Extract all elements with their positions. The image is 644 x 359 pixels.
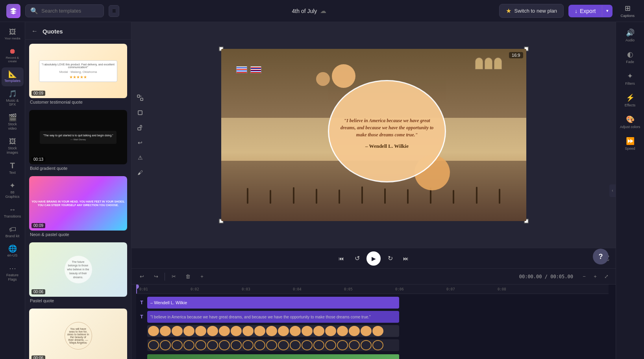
template-card-1[interactable]: "I absolutely LOVE this product. Fast de… xyxy=(29,44,127,107)
stars: ★★★★★ xyxy=(42,75,115,79)
shape-outline-3 xyxy=(172,340,183,350)
track-clip-text-1[interactable]: – Wendell L. Wilkie xyxy=(147,297,399,309)
timeline-ruler: 0:01 0:02 0:03 0:04 0:05 0:06 0:07 0:08 xyxy=(136,285,609,294)
sidebar-item-stock-video[interactable]: 🎬 Stock video xyxy=(2,111,24,134)
logo xyxy=(6,4,20,18)
sidebar-item-transitions-label: Transitions xyxy=(4,214,21,219)
sidebar-item-text[interactable]: T Text xyxy=(2,158,24,178)
speed-label: Speed xyxy=(625,147,635,151)
record-icon: ⏺ xyxy=(9,48,16,55)
right-tool-speed[interactable]: ⏩ Speed xyxy=(618,134,643,154)
sidebar-item-stock-images[interactable]: 🖼 Stockimages xyxy=(2,135,24,158)
text-icon: T xyxy=(10,162,15,169)
aspect-badge: 16:9 xyxy=(509,52,523,58)
right-tool-adjust-colors[interactable]: 🎨 Adjust colors xyxy=(618,112,643,132)
ruler-mark-1: 0:02 xyxy=(191,287,242,291)
quote-author: – Wendell L. Wilkie xyxy=(365,143,409,149)
sidebar-item-feature-flags[interactable]: ⋯ Feature Flags xyxy=(2,262,24,285)
right-tool-audio[interactable]: 🔊 Audio xyxy=(618,25,643,45)
filter-btn[interactable]: ≡ xyxy=(109,5,119,17)
shape-outline-10 xyxy=(254,340,265,350)
tl-zoom-in-btn[interactable]: + xyxy=(590,272,600,281)
track-clip-shapes-1[interactable] xyxy=(147,325,399,337)
tl-zoom-out-btn[interactable]: − xyxy=(579,272,589,281)
flags-area xyxy=(236,66,261,73)
shape-outline-7 xyxy=(219,340,230,350)
canvas-tool-resize[interactable] xyxy=(133,91,147,105)
sidebar-item-music[interactable]: 🎵 Music & SFX xyxy=(2,87,24,110)
shape-2 xyxy=(160,326,171,336)
ruler-mark-3: 0:04 xyxy=(293,287,344,291)
skip-back-btn[interactable]: ⏮ xyxy=(335,252,348,265)
main-content: 🖼 Your media ⏺ Record &create 📐 Template… xyxy=(0,22,644,359)
skip-forward-btn[interactable]: ⏭ xyxy=(400,252,412,265)
canvas-tool-undo[interactable]: ↩ xyxy=(133,136,147,150)
shape-outline-2 xyxy=(160,340,171,350)
svg-rect-3 xyxy=(138,111,142,115)
shape-9 xyxy=(242,326,254,336)
sidebar-item-feature-flags-label: Feature Flags xyxy=(4,273,21,282)
template-card-5[interactable]: You will have seas to live for, skies to… xyxy=(29,309,127,359)
your-media-icon: 🖼 xyxy=(9,28,16,35)
search-input[interactable] xyxy=(41,8,99,14)
switch-plan-btn[interactable]: ★ Switch to new plan xyxy=(499,4,564,18)
right-tool-effects[interactable]: ⚡ Effects xyxy=(618,90,643,110)
captions-btn[interactable]: ⊞ Captions xyxy=(617,2,638,19)
tl-cut-btn[interactable]: ✂ xyxy=(168,271,179,282)
shape-20 xyxy=(372,326,383,336)
track-clip-shapes-2[interactable] xyxy=(147,339,399,351)
sidebar-item-brand-kit[interactable]: 🏷 Brand kit xyxy=(2,223,24,242)
tl-row-3 xyxy=(136,324,609,338)
back-btn[interactable]: ← xyxy=(31,27,39,35)
track-video-bg[interactable] xyxy=(147,354,399,359)
switch-plan-label: Switch to new plan xyxy=(514,8,557,14)
tl-fit-btn[interactable]: ⤢ xyxy=(601,272,611,281)
shape-outline-15 xyxy=(313,340,324,350)
speed-icon: ⏩ xyxy=(626,137,635,145)
tmpl-2-bg: "The way to get started is to quit talki… xyxy=(29,110,127,164)
sidebar-item-graphics[interactable]: ✦ 88 Graphics xyxy=(2,179,24,202)
shape-1 xyxy=(148,326,159,336)
deco-circle-2 xyxy=(316,72,330,86)
canvas-tool-edit[interactable] xyxy=(133,121,147,135)
export-main[interactable]: ↓ Export xyxy=(568,5,602,17)
shape-14 xyxy=(302,326,313,336)
sidebar-item-record[interactable]: ⏺ Record &create xyxy=(2,45,24,67)
tl-undo-btn[interactable]: ↩ xyxy=(136,271,147,282)
sidebar-item-your-media[interactable]: 🖼 Your media xyxy=(2,25,24,44)
export-arrow[interactable]: ▾ xyxy=(602,5,613,17)
right-tool-filters[interactable]: ✦ Filters xyxy=(618,69,643,89)
right-tool-fade[interactable]: ◐ Fade xyxy=(618,47,643,67)
export-btn[interactable]: ↓ Export ▾ xyxy=(568,5,613,17)
tl-delete-btn[interactable]: 🗑 xyxy=(182,271,193,282)
canvas-tool-crop[interactable] xyxy=(133,106,147,120)
template-label-2: Bold gradient quote xyxy=(29,166,127,173)
template-card-3[interactable]: YOU HAVE BRAINS IN YOUR HEAD. YOU HAVE F… xyxy=(29,176,127,239)
shape-3 xyxy=(172,326,183,336)
help-btn[interactable]: ? xyxy=(593,249,609,264)
sidebar-item-transitions[interactable]: ↔ Transitions xyxy=(2,203,24,222)
top-bar-center: 4th of July ☁ xyxy=(124,7,494,15)
template-card-2[interactable]: "The way to get started is to quit talki… xyxy=(29,110,127,173)
filters-icon: ✦ xyxy=(627,72,633,80)
sidebar-item-templates[interactable]: 📐 Templates xyxy=(2,67,24,86)
track-clip-text-2[interactable]: "I believe in America because we have gr… xyxy=(147,311,399,323)
tl-redo-btn[interactable]: ↪ xyxy=(150,271,161,282)
search-box[interactable]: 🔍 xyxy=(25,4,104,17)
play-btn[interactable]: ▶ xyxy=(366,251,381,266)
shape-15 xyxy=(313,326,324,336)
canvas-tool-paint[interactable]: 🖌 xyxy=(133,166,147,180)
canvas-tool-warn[interactable]: ⚠ xyxy=(133,151,147,165)
forward-btn[interactable]: ↻ xyxy=(384,252,396,265)
template-card-4[interactable]: The future belongs to those who believe … xyxy=(29,242,127,305)
tmpl-3-bg: YOU HAVE BRAINS IN YOUR HEAD. YOU HAVE F… xyxy=(29,176,127,231)
collapse-btn[interactable]: ‹ xyxy=(609,184,616,197)
timeline-scroll[interactable]: 0:01 0:02 0:03 0:04 0:05 0:06 0:07 0:08 xyxy=(136,285,616,359)
rewind-btn[interactable]: ↺ xyxy=(351,252,363,265)
tl-add-btn[interactable]: + xyxy=(196,271,207,282)
music-icon: 🎵 xyxy=(8,90,17,97)
sidebar-item-language[interactable]: 🌐 en-US xyxy=(2,242,24,261)
shape-outline-1 xyxy=(148,340,159,350)
quote-text-container: "I believe in America because we have gr… xyxy=(336,92,438,175)
search-icon: 🔍 xyxy=(30,7,38,15)
